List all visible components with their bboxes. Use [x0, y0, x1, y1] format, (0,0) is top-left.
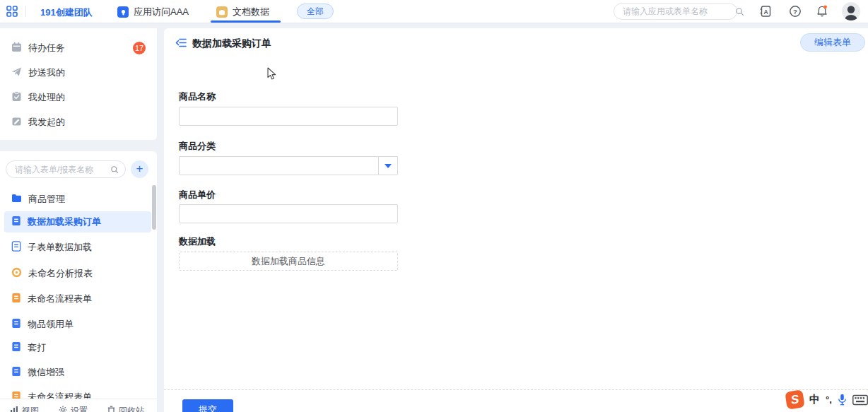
product-price-field	[179, 204, 398, 223]
search-icon	[735, 7, 751, 16]
active-tab-underline	[211, 20, 281, 23]
app-icon-blue	[117, 6, 129, 18]
sidebar-footer: 视图 设置 回收站	[0, 399, 157, 412]
product-category-select[interactable]	[179, 156, 379, 175]
sidebar-item-form[interactable]: 物品领用单	[0, 312, 157, 336]
footer-label: 回收站	[119, 405, 144, 412]
footer-label: 设置	[71, 405, 88, 412]
folder-icon	[11, 194, 22, 205]
field-label-data-load: 数据加载	[179, 235, 216, 248]
sidebar-item-form[interactable]: 子表单数据加载	[0, 235, 157, 259]
microphone-icon[interactable]	[838, 394, 847, 406]
sidebar-item-form-selected[interactable]: 数据加载采购订单	[4, 211, 151, 233]
sidebar-item-report[interactable]: 未命名分析报表	[0, 261, 157, 286]
footer-recycle-bin-button[interactable]: 回收站	[107, 405, 144, 412]
footer-label: 视图	[22, 405, 39, 412]
sidebar-item-label: 未命名分析报表	[28, 267, 93, 280]
tab-doc-data[interactable]: 文档数据	[216, 6, 269, 18]
help-icon[interactable]: ?	[789, 5, 802, 18]
notification-bell-icon[interactable]	[816, 5, 828, 18]
ime-language-toggle[interactable]: 中	[809, 393, 820, 406]
form-doc-icon	[11, 318, 21, 331]
dropdown-button[interactable]	[379, 156, 398, 175]
field-label-product-category: 商品分类	[179, 140, 216, 153]
paper-plane-icon	[11, 66, 22, 79]
back-collapse-icon[interactable]	[175, 37, 187, 49]
ime-toolbar: S 中 °,	[786, 391, 868, 408]
calendar-icon	[11, 42, 22, 54]
divider	[25, 6, 26, 17]
product-name-field	[179, 107, 398, 126]
product-name-input[interactable]	[180, 107, 397, 125]
form-search-input[interactable]	[6, 165, 110, 175]
page-title: 数据加载采购订单	[192, 37, 271, 50]
sidebar-item-label: 套打	[28, 341, 46, 354]
sidebar-item-label: 微信增强	[28, 366, 64, 379]
form-doc-icon	[11, 366, 21, 379]
product-price-input[interactable]	[180, 205, 397, 223]
keyboard-icon[interactable]	[852, 394, 868, 406]
sidebar-item-cc-to-me[interactable]: 抄送我的	[0, 61, 157, 85]
bar-chart-icon	[10, 406, 18, 412]
global-search	[614, 3, 737, 20]
sidebar-scrollbar-thumb[interactable]	[152, 185, 156, 230]
form-doc-icon	[11, 241, 21, 254]
form-doc-icon	[11, 293, 21, 305]
todo-count-badge: 17	[133, 42, 146, 54]
avatar[interactable]	[842, 2, 860, 20]
search-icon	[110, 165, 125, 174]
sidebar-item-label: 商品管理	[28, 193, 65, 206]
svg-text:A: A	[763, 8, 768, 16]
bottom-divider	[164, 389, 868, 390]
sidebar-item-group[interactable]: 商品管理	[0, 187, 157, 211]
sidebar-item-initiated-by-me[interactable]: 我发起的	[0, 110, 157, 134]
sidebar-item-handled-by-me[interactable]: 我处理的	[0, 86, 157, 110]
contacts-icon[interactable]: A	[759, 5, 772, 18]
global-search-input[interactable]	[614, 6, 735, 16]
filter-all-pill[interactable]: 全部	[297, 4, 334, 19]
main-content: 数据加载采购订单 编辑表单 商品名称 商品分类 商品单价 数据加载 数据加载商品…	[164, 28, 868, 412]
app-icon-yellow	[216, 6, 228, 18]
ime-punctuation-toggle[interactable]: °,	[826, 394, 832, 405]
sidebar-item-form[interactable]: 微信增强	[0, 360, 157, 384]
sidebar-item-label: 未命名流程表单	[28, 293, 92, 305]
product-category-field	[179, 156, 398, 175]
tab-label: 应用访问AAA	[134, 6, 189, 18]
field-label-product-price: 商品单价	[179, 189, 216, 201]
data-load-product-info-button[interactable]: 数据加载商品信息	[179, 252, 398, 271]
edit-note-icon	[11, 116, 22, 129]
top-bar: 191创建团队 应用访问AAA 文档数据 全部 A ?	[0, 0, 868, 23]
team-name[interactable]: 191创建团队	[40, 6, 93, 19]
tab-label: 文档数据	[233, 6, 269, 18]
sidebar-item-label: 待办任务	[28, 42, 65, 54]
edit-form-button[interactable]: 编辑表单	[800, 33, 865, 52]
gear-icon	[59, 406, 67, 412]
footer-settings-button[interactable]: 设置	[59, 405, 88, 412]
form-doc-icon	[11, 216, 21, 228]
app-launcher-icon[interactable]	[6, 6, 18, 19]
submit-button[interactable]: 提交	[182, 399, 233, 412]
sidebar-item-label: 我发起的	[28, 116, 65, 129]
sidebar-item-label: 我处理的	[28, 91, 65, 104]
tab-app-access[interactable]: 应用访问AAA	[117, 6, 189, 18]
sidebar-item-label: 物品领用单	[28, 318, 74, 331]
sidebar-item-label: 子表单数据加载	[28, 241, 92, 254]
clipboard-check-icon	[11, 91, 22, 104]
add-form-button[interactable]: +	[131, 160, 148, 178]
chevron-down-icon	[385, 164, 392, 168]
sidebar-item-form[interactable]: 未命名流程表单	[0, 287, 157, 311]
sidebar-item-todo-tasks[interactable]: 待办任务 17	[0, 36, 157, 60]
form-search	[6, 160, 126, 178]
sidebar-item-label: 抄送我的	[28, 66, 65, 79]
sidebar-item-label: 数据加载采购订单	[28, 216, 101, 228]
sidebar-item-form[interactable]: 套打	[0, 336, 157, 360]
form-doc-icon	[11, 341, 21, 354]
svg-text:?: ?	[793, 8, 797, 16]
sogou-logo-icon[interactable]: S	[785, 389, 804, 409]
footer-views-button[interactable]: 视图	[10, 405, 39, 412]
sidebar-form-panel: + 商品管理 数据加载采购订单 子表单数据加载 未命名分析报表 未命名流程表单 …	[0, 151, 157, 412]
report-chart-icon	[11, 267, 22, 280]
trash-icon	[107, 406, 115, 412]
field-label-product-name: 商品名称	[179, 90, 216, 103]
sidebar-task-panel: 待办任务 17 抄送我的 我处理的 我发起的	[0, 28, 157, 140]
